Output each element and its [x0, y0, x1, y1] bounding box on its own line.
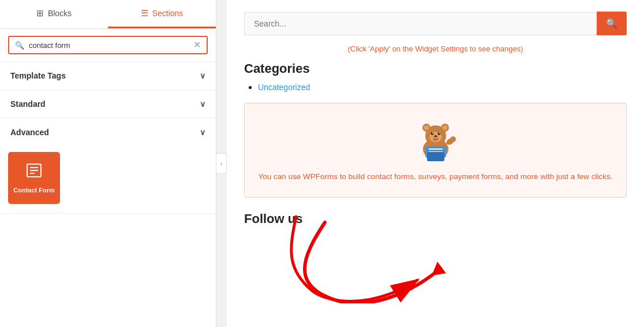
blocks-icon: ⊞ — [36, 8, 44, 18]
right-search-bar: 🔍 — [244, 12, 627, 35]
svg-point-9 — [443, 125, 447, 130]
right-search-input[interactable] — [244, 12, 597, 35]
accordion-template-tags: Template Tags ∨ — [0, 62, 216, 90]
svg-point-12 — [437, 132, 440, 135]
contact-form-icon — [25, 162, 43, 183]
category-list: Uncategorized — [244, 82, 627, 92]
notice-text: (Click 'Apply' on the Widget Settings to… — [244, 44, 627, 53]
search-box: 🔍 ✕ — [8, 36, 208, 54]
chevron-down-icon: ∨ — [200, 71, 205, 80]
search-container: 🔍 ✕ — [0, 29, 216, 62]
svg-point-20 — [450, 136, 456, 142]
chevron-down-icon: ∨ — [200, 99, 205, 109]
right-search-button[interactable]: 🔍 — [597, 12, 627, 35]
promo-box: You can use WPForms to build contact for… — [244, 103, 627, 198]
svg-point-11 — [430, 132, 433, 135]
search-icon: 🔍 — [606, 18, 617, 28]
advanced-label: Advanced — [10, 128, 49, 137]
chevron-down-icon: ∨ — [200, 128, 205, 137]
accordion-template-tags-header[interactable]: Template Tags ∨ — [0, 62, 216, 90]
accordion-advanced: Advanced ∨ Contact Form — [0, 118, 216, 214]
svg-point-15 — [434, 135, 437, 138]
tabs-container: ⊞ Blocks ☰ Sections — [0, 0, 216, 29]
contact-form-widget[interactable]: Contact Form — [8, 152, 60, 204]
uncategorized-link[interactable]: Uncategorized — [258, 83, 310, 92]
accordion-advanced-header[interactable]: Advanced ∨ — [0, 118, 216, 146]
clear-icon[interactable]: ✕ — [193, 40, 201, 50]
svg-point-14 — [439, 132, 440, 133]
accordion-advanced-content: Contact Form — [0, 146, 216, 213]
search-input[interactable] — [29, 41, 189, 50]
sections-icon: ☰ — [141, 8, 148, 18]
template-tags-label: Template Tags — [10, 71, 66, 80]
left-panel: ⊞ Blocks ☰ Sections 🔍 ✕ Template Tags ∨ … — [0, 0, 216, 327]
bear-mascot-icon — [413, 117, 459, 164]
tab-blocks[interactable]: ⊞ Blocks — [0, 0, 108, 28]
promo-text: You can use WPForms to build contact for… — [259, 170, 613, 183]
list-item: Uncategorized — [258, 82, 627, 92]
standard-label: Standard — [10, 99, 46, 109]
accordion-standard-header[interactable]: Standard ∨ — [0, 90, 216, 118]
categories-title: Categories — [244, 61, 627, 76]
svg-point-7 — [424, 125, 429, 130]
tab-sections-label: Sections — [152, 9, 184, 18]
follow-us-title: Follow us — [244, 211, 627, 226]
tab-blocks-label: Blocks — [48, 9, 72, 18]
svg-rect-21 — [427, 152, 444, 161]
svg-marker-23 — [432, 262, 446, 276]
search-icon: 🔍 — [15, 41, 24, 50]
svg-point-13 — [432, 132, 433, 133]
accordion-standard: Standard ∨ — [0, 90, 216, 118]
right-panel: 🔍 (Click 'Apply' on the Widget Settings … — [227, 0, 644, 327]
tab-sections[interactable]: ☰ Sections — [108, 0, 216, 28]
panel-collapse-toggle[interactable]: ‹ — [216, 153, 227, 174]
contact-form-widget-label: Contact Form — [13, 187, 55, 194]
